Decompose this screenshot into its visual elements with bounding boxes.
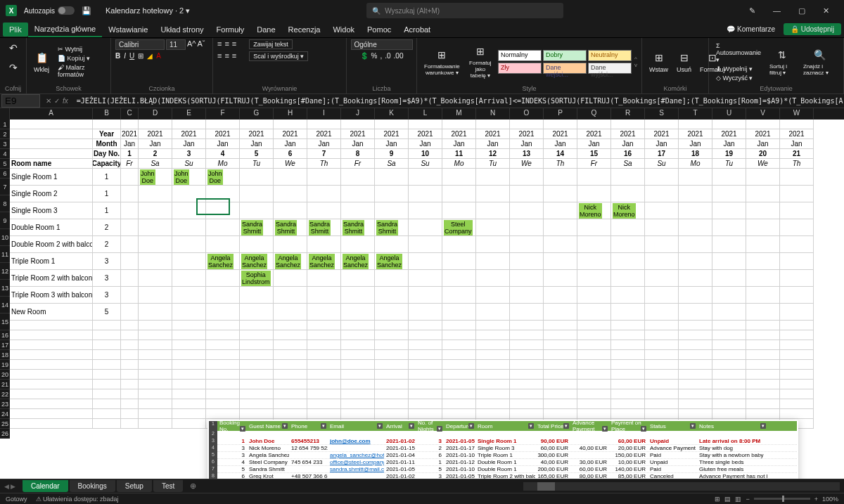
font-select[interactable] bbox=[115, 39, 165, 50]
italic-button[interactable]: I bbox=[124, 52, 126, 60]
cancel-formula-icon[interactable]: ✕ bbox=[46, 97, 51, 105]
minimize-button[interactable]: — bbox=[765, 0, 789, 21]
font-size-select[interactable] bbox=[166, 39, 186, 50]
font-shrink-icon[interactable]: Aˇ bbox=[198, 39, 205, 50]
tab-setup[interactable]: Setup bbox=[117, 480, 152, 492]
row-header[interactable]: 18 bbox=[0, 350, 10, 360]
column-header[interactable]: F bbox=[206, 108, 240, 119]
column-header[interactable]: I bbox=[307, 108, 341, 119]
table-header[interactable]: Notes bbox=[697, 423, 767, 429]
comments-button[interactable]: 💬 Komentarze bbox=[721, 23, 781, 35]
booking-cell[interactable]: AngelaSanchez bbox=[309, 254, 335, 269]
row-header[interactable]: 20 bbox=[0, 370, 10, 380]
booking-cell[interactable]: JohnDoe bbox=[140, 169, 155, 185]
row-header[interactable]: 1 bbox=[0, 119, 10, 129]
view-break-icon[interactable]: ▥ bbox=[735, 496, 741, 503]
column-header[interactable]: V bbox=[746, 108, 780, 119]
row-header[interactable]: 15 bbox=[0, 314, 10, 330]
row-header[interactable]: 8 bbox=[0, 195, 10, 212]
table-header[interactable]: Phone bbox=[289, 423, 328, 429]
column-header[interactable]: M bbox=[442, 108, 476, 119]
column-header[interactable]: J bbox=[341, 108, 375, 119]
booking-cell[interactable]: AngelaSanchez bbox=[376, 254, 402, 269]
column-header[interactable]: O bbox=[510, 108, 544, 119]
booking-cell[interactable]: SandraShmitt bbox=[343, 220, 364, 235]
row-header[interactable]: 4 bbox=[0, 149, 10, 159]
border-button[interactable]: ⊞ bbox=[138, 52, 143, 60]
table-row[interactable]: 3Angela Sanchezangela_sanchez@hot.de2021… bbox=[217, 452, 797, 459]
save-icon[interactable]: 💾 bbox=[82, 6, 91, 15]
row-header[interactable]: 24 bbox=[0, 409, 10, 419]
column-header[interactable]: H bbox=[274, 108, 307, 119]
tab-bookings[interactable]: Bookings bbox=[70, 480, 115, 492]
fill-color-button[interactable]: ◢ bbox=[147, 52, 153, 60]
table-header[interactable]: Arrival bbox=[384, 423, 416, 429]
row-header[interactable]: 23 bbox=[0, 399, 10, 409]
row-header[interactable]: 11 bbox=[0, 246, 10, 263]
booking-cell[interactable]: SophiaLindstrom bbox=[241, 271, 271, 286]
column-header[interactable]: S bbox=[645, 108, 679, 119]
table-header[interactable]: Total Price bbox=[535, 423, 570, 429]
row-header[interactable]: 3 bbox=[0, 139, 10, 149]
cond-format-button[interactable]: ⊞Formatowanie warunkowe ▾ bbox=[421, 46, 463, 77]
doc-title[interactable]: Kalendarz hotelowy · 2 ▾ bbox=[106, 6, 190, 15]
menu-formulas[interactable]: Formuły bbox=[210, 22, 251, 37]
cell-reference-input[interactable] bbox=[1, 94, 40, 108]
row-header[interactable]: 7 bbox=[0, 179, 10, 195]
accept-formula-icon[interactable]: ✓ bbox=[54, 97, 60, 105]
table-format-button[interactable]: ⊞Formatuj jako tabelę ▾ bbox=[466, 43, 495, 80]
table-header[interactable]: Status bbox=[648, 423, 697, 429]
column-header[interactable]: E bbox=[172, 108, 206, 119]
spreadsheet-grid[interactable]: ABCDEFGHIJKLMNOPQRSTUVW 1234567891011121… bbox=[0, 108, 844, 488]
row-header[interactable]: 5 bbox=[0, 159, 10, 169]
booking-cell[interactable]: SandraShmitt bbox=[275, 220, 297, 235]
cut-button[interactable]: ✂ Wytnij bbox=[55, 45, 106, 53]
share-button[interactable]: 🔒 Udostępnij bbox=[784, 23, 841, 35]
table-row[interactable]: 5Sandra Shmittsandra.shmitt@mail.com2021… bbox=[217, 466, 797, 473]
booking-cell[interactable]: NickMoreno bbox=[579, 203, 602, 219]
table-row[interactable]: 1John Doe655455213john@doe.com2021-01-02… bbox=[217, 438, 797, 445]
fill-button[interactable]: ⬇ Wypełnij ▾ bbox=[713, 65, 764, 73]
tab-test[interactable]: Test bbox=[153, 480, 183, 492]
row-header[interactable]: 26 bbox=[0, 429, 10, 439]
menu-view[interactable]: Widok bbox=[326, 22, 361, 37]
number-format-select[interactable] bbox=[351, 39, 413, 50]
table-header[interactable]: Advance Payment bbox=[570, 420, 609, 432]
align-top-icon[interactable]: ≡ bbox=[217, 39, 222, 49]
table-header[interactable]: Guest Name bbox=[247, 423, 289, 429]
menu-review[interactable]: Recenzja bbox=[282, 22, 327, 37]
booking-cell[interactable]: SteelCompany bbox=[444, 220, 473, 235]
settings-icon[interactable]: ✎ bbox=[740, 0, 765, 21]
column-header[interactable]: B bbox=[93, 108, 121, 119]
row-header[interactable]: 22 bbox=[0, 389, 10, 399]
booking-cell[interactable]: JohnDoe bbox=[174, 169, 189, 185]
menu-data[interactable]: Dane bbox=[250, 22, 281, 37]
horizontal-scrollbar[interactable] bbox=[523, 482, 840, 491]
booking-cell[interactable]: SandraShmitt bbox=[241, 220, 263, 235]
column-header[interactable]: U bbox=[712, 108, 746, 119]
booking-cell[interactable]: JohnDoe bbox=[207, 169, 223, 185]
column-header[interactable]: P bbox=[544, 108, 577, 119]
close-button[interactable]: ✕ bbox=[814, 0, 838, 21]
wrap-text-button[interactable]: Zawijaj tekst bbox=[249, 39, 293, 49]
menu-insert[interactable]: Wstawianie bbox=[102, 22, 154, 37]
row-header[interactable]: 25 bbox=[0, 419, 10, 429]
row-header[interactable]: 10 bbox=[0, 229, 10, 246]
table-header[interactable]: No. of Nights bbox=[416, 420, 444, 432]
menu-layout[interactable]: Układ strony bbox=[154, 22, 210, 37]
column-header[interactable]: N bbox=[476, 108, 510, 119]
booking-cell[interactable]: NickMoreno bbox=[613, 203, 636, 219]
underline-button[interactable]: U bbox=[129, 52, 134, 60]
redo-button[interactable]: ↷ bbox=[4, 59, 23, 76]
tab-prev-icon[interactable]: ◀ bbox=[4, 483, 9, 490]
fx-icon[interactable]: fx bbox=[63, 97, 68, 105]
table-header[interactable]: Payment on Place bbox=[609, 420, 648, 432]
row-header[interactable]: 14 bbox=[0, 297, 10, 314]
delete-cells-button[interactable]: ⊟Usuń bbox=[674, 49, 694, 75]
zoom-level[interactable]: 100% bbox=[822, 496, 838, 503]
column-header[interactable]: L bbox=[409, 108, 442, 119]
maximize-button[interactable]: ▢ bbox=[789, 0, 814, 21]
column-header[interactable]: Q bbox=[577, 108, 611, 119]
font-color-button[interactable]: A bbox=[156, 52, 161, 60]
menu-help[interactable]: Pomoc bbox=[361, 22, 397, 37]
